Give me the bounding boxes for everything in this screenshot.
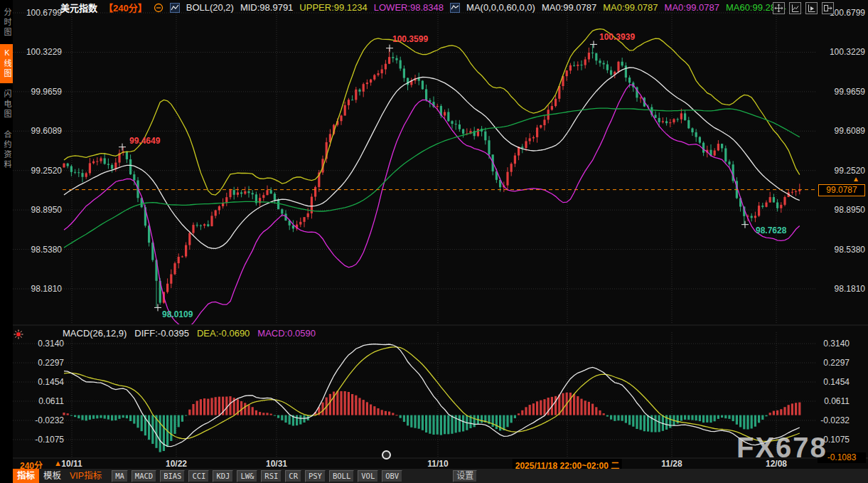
macd-macd-value: MACD:0.0590 (257, 328, 316, 339)
boll-upper-line (64, 29, 800, 195)
indicator-button-ma[interactable]: MA (112, 470, 128, 482)
period-label: 【240分】 (104, 1, 147, 14)
price-axis-label-right: 100.3229 (830, 47, 865, 57)
indicator-button-kdj[interactable]: KDJ (213, 470, 233, 482)
price-axis-label-right: 99.9659 (835, 87, 866, 97)
ma60-line (64, 108, 800, 248)
high-price-annotation: 100.3939 (599, 32, 635, 42)
price-axis-label-left: 99.9659 (31, 87, 63, 97)
macd-badge-value: -0.1083 (827, 452, 857, 462)
macd-params: MACD(26,12,9) (63, 328, 127, 339)
price-axis-label-left: 98.5380 (31, 245, 63, 255)
date-tick-label: 11/10 (427, 459, 448, 469)
macd-axis-label-left: 0.0611 (38, 396, 64, 406)
low-price-annotation: 98.0109 (162, 309, 193, 319)
date-tick-label: 11/28 (661, 459, 682, 469)
date-tick-label: 12/08 (766, 459, 787, 469)
indicator-button-bias[interactable]: BIAS (160, 470, 185, 482)
price-axis-label-left: 99.2520 (31, 166, 63, 176)
extreme-cross-marker (154, 304, 161, 311)
extreme-cross-marker (590, 41, 597, 48)
high-price-annotation: 100.3599 (392, 34, 428, 44)
price-axis-label-right: 100.6799 (830, 8, 865, 18)
pan-right-icon[interactable] (822, 2, 834, 14)
macd-axis-label-right: 0.3140 (823, 339, 850, 349)
price-axis-label-left: 100.6799 (26, 8, 62, 18)
ma-indicator-icon[interactable] (450, 3, 460, 13)
mouse-cursor-icon (382, 450, 391, 460)
macd-value-badge: -0.1083 (818, 452, 866, 463)
macd-histogram (63, 391, 800, 452)
price-annotations: 99.4649100.3599100.393998.010998.7628 (119, 32, 787, 319)
ma0-value-2: MA0:99.0787 (603, 2, 658, 13)
indicator-button-cr[interactable]: CR (285, 470, 301, 482)
boll-mid-line (64, 68, 800, 248)
indicator-button-macd[interactable]: MACD (132, 470, 156, 482)
period-arrow-icon[interactable]: ▲ (54, 459, 62, 467)
macd-axis-label-right: 0.0611 (824, 396, 850, 406)
indicator-button-boll[interactable]: BOLL (329, 470, 354, 482)
indicator-button-lw&[interactable]: LW& (237, 470, 257, 482)
window-controls (773, 2, 834, 14)
sidebar-item-candlestick-chart[interactable]: K线图 (0, 44, 13, 83)
price-axis-label-left: 98.1810 (31, 284, 63, 294)
macd-axis-label-right: 0.2297 (823, 358, 850, 368)
tab-templates[interactable]: 模板 (39, 469, 65, 483)
indicator-flag-icon[interactable] (14, 329, 23, 342)
macd-axis-label-left: -0.0232 (35, 415, 64, 425)
boll-params: BOLL(20,2) (186, 2, 234, 13)
bottom-toolbar: 指标模板VIP指标MAMACDBIASCCIKDJLW&RSICRPSYBOLL… (13, 469, 868, 483)
macd-axis-label-left: 0.2297 (38, 358, 64, 368)
auto-scale-chart-icon[interactable] (789, 2, 801, 14)
indicator-button-psy[interactable]: PSY (305, 470, 326, 482)
last-price-badge: 99.0787 (818, 184, 865, 196)
ma0-value-1: MA0:99.0787 (542, 2, 596, 13)
boll-lower-value: LOWER:98.8348 (374, 2, 444, 13)
price-axis-label-left: 98.8950 (31, 205, 63, 215)
collapse-icon[interactable] (154, 3, 164, 13)
chart-canvas[interactable]: 100.6799100.6799100.3229100.322999.96599… (0, 0, 868, 483)
price-axis-label-right: 99.2520 (835, 166, 866, 176)
chart-playback-icon[interactable] (805, 2, 818, 14)
indicator-button-vol[interactable]: VOL (358, 470, 378, 482)
price-axis-label-right: 98.8950 (835, 205, 866, 215)
candlesticks (63, 44, 800, 307)
tab-indicators[interactable]: 指标 (13, 469, 39, 483)
macd-axis-label-left: 0.1454 (38, 377, 64, 387)
boll-mid-value: MID:98.9791 (240, 2, 293, 13)
price-axis-label-left: 100.3229 (26, 47, 62, 57)
ma-params: MA(0,0,0,60,0,0) (466, 2, 535, 13)
date-tick-label: 10/31 (266, 459, 287, 469)
high-price-annotation: 99.4649 (129, 136, 161, 146)
macd-diff-value: DIFF:-0.0395 (134, 328, 189, 339)
boll-indicator-icon[interactable] (170, 3, 180, 13)
crosshair-move-icon[interactable] (773, 2, 785, 14)
sidebar-item-time-share-chart[interactable]: 分时图 (0, 4, 13, 42)
date-tick-label: 10/11 (61, 459, 82, 469)
price-axis-label-right: 98.1810 (835, 284, 866, 294)
chart-header: 美元指数 【240分】 BOLL(20,2) MID:98.9791 UPPER… (60, 1, 786, 14)
ma0-value-3: MA0:99.0787 (665, 2, 719, 13)
price-axis-label-right: 99.6089 (835, 126, 866, 136)
date-axis-row: 240分 ▲ 10/1110/2210/3111/102025/11/18 22… (0, 459, 868, 469)
price-axis-label-right: 98.5380 (835, 245, 866, 255)
indicator-button-cci[interactable]: CCI (188, 470, 209, 482)
macd-dea-value: DEA:-0.0690 (197, 328, 250, 339)
boll-upper-value: UPPER:99.1234 (299, 2, 367, 13)
settings-button[interactable]: 设置 (453, 470, 477, 482)
low-price-annotation: 98.7628 (756, 225, 787, 235)
sidebar-item-contract-info[interactable]: 合约资料 (0, 126, 13, 174)
tab-vip-indicators[interactable]: VIP指标 (65, 469, 106, 483)
macd-axis-label-left: 0.3140 (38, 339, 64, 349)
macd-axis-label-right: 0.1454 (823, 377, 850, 387)
axis-labels: 100.6799100.6799100.3229100.322999.96599… (26, 8, 865, 445)
macd-axis-label-left: -0.1075 (35, 435, 64, 445)
last-price-value: 99.0787 (826, 185, 857, 195)
indicator-button-rsi[interactable]: RSI (261, 470, 282, 482)
date-tick-label: 10/22 (166, 459, 187, 469)
extreme-cross-marker (741, 221, 749, 228)
macd-header: MACD(26,12,9) DIFF:-0.0395 DEA:-0.0690 M… (63, 328, 316, 339)
symbol-name: 美元指数 (60, 1, 97, 14)
sidebar-item-flash-chart[interactable]: 闪电图 (0, 85, 13, 124)
indicator-button-obv[interactable]: OBV (382, 470, 402, 482)
